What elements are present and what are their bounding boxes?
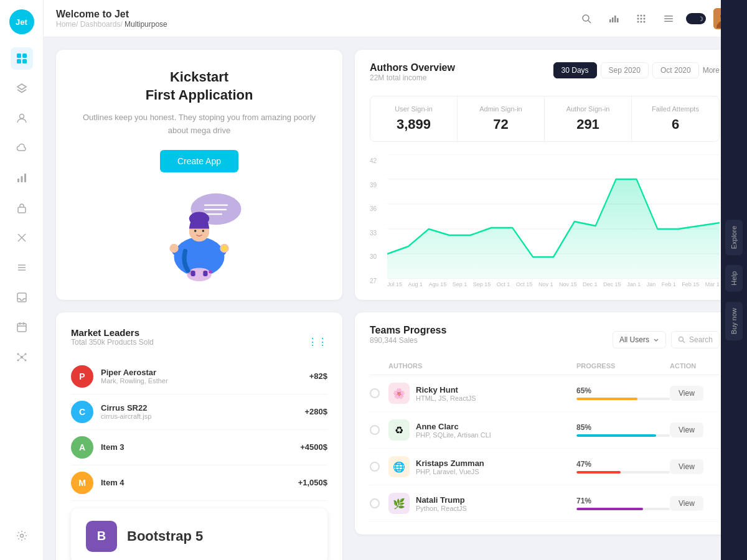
market-item-info-1: Cirrus SR22 cirrus-aircraft.jsp — [101, 403, 297, 420]
svg-point-59 — [202, 230, 205, 232]
svg-rect-7 — [24, 174, 26, 182]
teams-search[interactable]: Search — [671, 331, 720, 348]
market-item-info-3: Item 4 — [101, 478, 291, 487]
main-content: Welcome to Jet Home/ Dashboards/ Multipu… — [44, 0, 747, 560]
team-avatar-2: 🌐 — [388, 456, 410, 477]
svg-point-42 — [641, 21, 642, 22]
market-leaders-menu[interactable]: ⋮⋮ — [308, 336, 327, 348]
sidebar-item-layers[interactable] — [11, 77, 33, 100]
search-icon[interactable] — [576, 9, 596, 29]
buy-now-button[interactable]: Buy now — [725, 302, 743, 340]
sidebar-logo[interactable]: Jet — [9, 9, 34, 34]
breadcrumb: Home/ Dashboards/ Multipurpose — [56, 20, 576, 29]
team-details-3: Natali Trump Python, ReactJS — [416, 495, 467, 512]
team-checkbox-1[interactable] — [370, 425, 380, 435]
team-checkbox-3[interactable] — [370, 498, 380, 508]
left-column: Kickstart First Application Outlines kee… — [56, 50, 342, 560]
sidebar-item-chart[interactable] — [11, 167, 33, 189]
svg-rect-34 — [617, 18, 619, 22]
svg-point-4 — [19, 114, 24, 119]
sidebar-item-inbox[interactable] — [11, 286, 33, 309]
create-app-button[interactable]: Create App — [160, 150, 238, 172]
market-item-value-0: +82$ — [309, 371, 327, 381]
market-item-value-1: +280$ — [304, 407, 327, 416]
sidebar-item-lock[interactable] — [11, 197, 33, 219]
sidebar-item-user[interactable] — [11, 107, 33, 129]
svg-rect-44 — [664, 16, 673, 17]
help-button[interactable]: Help — [725, 265, 743, 292]
sidebar-item-close[interactable] — [11, 226, 33, 249]
market-item-icon-1: C — [71, 401, 93, 423]
svg-rect-67 — [203, 271, 207, 276]
all-users-select[interactable]: All Users — [613, 331, 666, 348]
filter-tab-oct2020[interactable]: Oct 2020 — [652, 62, 699, 78]
market-item-1: C Cirrus SR22 cirrus-aircraft.jsp +280$ — [71, 394, 327, 430]
analytics-icon[interactable] — [604, 9, 624, 29]
authors-overview-header: Authors Overview 22M total income 30 Day… — [370, 62, 720, 92]
sidebar-item-settings[interactable] — [11, 525, 33, 547]
filter-tab-more[interactable]: More — [703, 66, 720, 75]
svg-point-74 — [679, 337, 683, 342]
market-leaders-card: Market Leaders Total 350k Products Sold … — [56, 312, 342, 560]
svg-rect-32 — [612, 17, 614, 22]
teams-table-header: AUTHORS PROGRESS ACTION — [370, 357, 720, 375]
menu-icon[interactable] — [659, 9, 679, 29]
authors-overview-card: Authors Overview 22M total income 30 Day… — [355, 50, 735, 300]
team-info-col-2: 🌐 Kristaps Zumman PHP, Laravel, VueJS — [388, 456, 576, 477]
team-view-btn-0[interactable]: View — [670, 386, 703, 401]
svg-rect-33 — [614, 16, 616, 22]
market-item-2: A Item 3 +4500$ — [71, 430, 327, 465]
svg-point-29 — [583, 15, 589, 21]
kickstart-card: Kickstart First Application Outlines kee… — [56, 50, 342, 300]
svg-point-43 — [644, 21, 646, 22]
team-avatar-0: 🌸 — [388, 383, 410, 404]
filter-tab-sep2020[interactable]: Sep 2020 — [601, 62, 649, 78]
svg-rect-6 — [21, 176, 22, 182]
team-avatar-1: ♻ — [388, 419, 410, 441]
team-checkbox-2[interactable] — [370, 462, 380, 472]
market-item-3: M Item 4 +1,050$ — [71, 465, 327, 501]
header-actions — [576, 8, 735, 29]
market-leaders-subtitle: Total 350k Products Sold — [71, 338, 308, 347]
sidebar-item-calendar[interactable] — [11, 316, 33, 338]
chart-y-labels: 42 39 36 33 30 27 — [370, 154, 385, 287]
team-view-btn-1[interactable]: View — [670, 422, 703, 437]
market-item-info-0: Piper Aerostar Mark, Rowling, Esther — [101, 368, 302, 385]
svg-point-28 — [20, 534, 23, 538]
stat-failed-attempts: Failed Attempts 6 — [632, 96, 719, 141]
team-view-btn-2[interactable]: View — [670, 459, 703, 474]
svg-rect-15 — [17, 324, 26, 332]
sidebar-item-grid[interactable] — [11, 47, 33, 70]
svg-rect-66 — [191, 271, 195, 276]
team-info-col-0: 🌸 Ricky Hunt HTML, JS, ReactJS — [388, 383, 576, 404]
svg-rect-2 — [17, 59, 21, 63]
team-view-btn-3[interactable]: View — [670, 496, 703, 511]
team-avatar-3: 🌿 — [388, 493, 410, 514]
header: Welcome to Jet Home/ Dashboards/ Multipu… — [44, 0, 747, 37]
market-item-icon-0: P — [71, 365, 93, 388]
svg-rect-46 — [664, 21, 673, 22]
kickstart-title: Kickstart First Application — [81, 68, 317, 104]
team-progress-3: 71% — [576, 497, 670, 510]
sidebar-item-list[interactable] — [11, 256, 33, 279]
sidebar-item-nodes[interactable] — [11, 346, 33, 368]
stat-user-signin: User Sign-in 3,899 — [370, 96, 458, 141]
svg-point-58 — [194, 230, 197, 232]
team-checkbox-0[interactable] — [370, 388, 380, 398]
theme-toggle[interactable] — [686, 13, 706, 24]
explore-button[interactable]: Explore — [725, 220, 743, 255]
svg-rect-3 — [22, 59, 27, 63]
svg-rect-8 — [18, 207, 26, 213]
market-item-info-2: Item 3 — [101, 442, 293, 452]
kickstart-description: Outlines keep you honest. They stoping y… — [81, 111, 317, 138]
svg-line-30 — [588, 21, 591, 23]
grid-icon[interactable] — [631, 9, 651, 29]
svg-line-26 — [18, 357, 22, 360]
sidebar-item-cloud[interactable] — [11, 137, 33, 159]
filter-tab-30days[interactable]: 30 Days — [553, 62, 597, 78]
stat-admin-signin: Admin Sign-in 72 — [458, 96, 545, 141]
side-panel: Explore Help Buy now — [721, 0, 747, 560]
right-column: Authors Overview 22M total income 30 Day… — [355, 50, 735, 560]
svg-rect-0 — [17, 54, 21, 58]
svg-point-38 — [637, 17, 639, 19]
